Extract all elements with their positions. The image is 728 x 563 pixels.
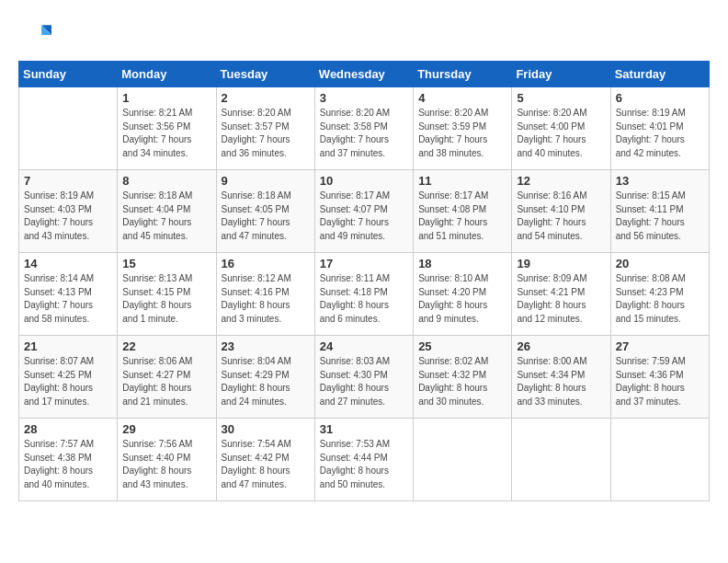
day-number: 24 <box>320 339 408 353</box>
day-number: 16 <box>222 257 310 270</box>
day-info: Sunrise: 8:21 AM Sunset: 3:56 PM Dayligh… <box>122 107 210 160</box>
calendar-week-1: 1Sunrise: 8:21 AM Sunset: 3:56 PM Daylig… <box>19 87 710 170</box>
day-info: Sunrise: 8:20 AM Sunset: 3:57 PM Dayligh… <box>222 107 310 160</box>
calendar-cell: 15Sunrise: 8:13 AM Sunset: 4:15 PM Dayli… <box>118 253 216 336</box>
day-number: 7 <box>24 174 112 188</box>
day-info: Sunrise: 8:19 AM Sunset: 4:03 PM Dayligh… <box>24 190 112 243</box>
day-number: 6 <box>616 91 704 105</box>
calendar-cell: 10Sunrise: 8:17 AM Sunset: 4:07 PM Dayli… <box>314 170 413 253</box>
calendar-cell: 23Sunrise: 8:04 AM Sunset: 4:29 PM Dayli… <box>216 336 314 419</box>
page-header <box>18 18 710 52</box>
calendar-cell: 29Sunrise: 7:56 AM Sunset: 4:40 PM Dayli… <box>118 419 216 501</box>
day-number: 14 <box>24 257 112 270</box>
calendar-week-4: 21Sunrise: 8:07 AM Sunset: 4:25 PM Dayli… <box>19 336 710 419</box>
calendar-cell: 24Sunrise: 8:03 AM Sunset: 4:30 PM Dayli… <box>314 336 413 419</box>
weekday-header-friday: Friday <box>512 62 610 87</box>
day-info: Sunrise: 8:07 AM Sunset: 4:25 PM Dayligh… <box>24 355 112 408</box>
weekday-header-saturday: Saturday <box>610 62 709 87</box>
day-number: 17 <box>320 257 408 270</box>
calendar-cell: 14Sunrise: 8:14 AM Sunset: 4:13 PM Dayli… <box>19 253 118 336</box>
day-number: 3 <box>320 91 408 105</box>
day-number: 18 <box>418 257 506 270</box>
calendar-cell: 31Sunrise: 7:53 AM Sunset: 4:44 PM Dayli… <box>314 419 413 501</box>
day-number: 11 <box>418 174 506 188</box>
day-info: Sunrise: 8:20 AM Sunset: 3:58 PM Dayligh… <box>320 107 408 160</box>
calendar-cell: 27Sunrise: 7:59 AM Sunset: 4:36 PM Dayli… <box>610 336 709 419</box>
calendar-cell: 17Sunrise: 8:11 AM Sunset: 4:18 PM Dayli… <box>314 253 413 336</box>
calendar-week-3: 14Sunrise: 8:14 AM Sunset: 4:13 PM Dayli… <box>19 253 710 336</box>
day-number: 28 <box>24 422 112 436</box>
calendar-cell: 1Sunrise: 8:21 AM Sunset: 3:56 PM Daylig… <box>118 87 216 170</box>
calendar-cell: 20Sunrise: 8:08 AM Sunset: 4:23 PM Dayli… <box>610 253 709 336</box>
weekday-header-wednesday: Wednesday <box>314 62 413 87</box>
day-number: 22 <box>122 339 210 353</box>
calendar-cell: 5Sunrise: 8:20 AM Sunset: 4:00 PM Daylig… <box>512 87 610 170</box>
day-number: 2 <box>222 91 310 105</box>
weekday-header-monday: Monday <box>118 62 216 87</box>
day-number: 8 <box>122 174 210 188</box>
day-info: Sunrise: 8:18 AM Sunset: 4:05 PM Dayligh… <box>222 190 310 243</box>
calendar-cell: 26Sunrise: 8:00 AM Sunset: 4:34 PM Dayli… <box>512 336 610 419</box>
day-number: 20 <box>616 257 704 270</box>
logo <box>18 18 55 52</box>
day-number: 9 <box>222 174 310 188</box>
weekday-header-sunday: Sunday <box>19 62 118 87</box>
day-info: Sunrise: 8:10 AM Sunset: 4:20 PM Dayligh… <box>418 272 506 326</box>
calendar-cell <box>610 419 709 501</box>
day-number: 15 <box>122 257 210 270</box>
calendar-cell: 4Sunrise: 8:20 AM Sunset: 3:59 PM Daylig… <box>414 87 512 170</box>
calendar-cell <box>19 87 118 170</box>
calendar-cell: 30Sunrise: 7:54 AM Sunset: 4:42 PM Dayli… <box>216 419 314 501</box>
calendar-cell: 16Sunrise: 8:12 AM Sunset: 4:16 PM Dayli… <box>216 253 314 336</box>
calendar-cell: 22Sunrise: 8:06 AM Sunset: 4:27 PM Dayli… <box>118 336 216 419</box>
calendar-cell: 28Sunrise: 7:57 AM Sunset: 4:38 PM Dayli… <box>19 419 118 501</box>
day-info: Sunrise: 8:13 AM Sunset: 4:15 PM Dayligh… <box>122 272 210 326</box>
calendar-cell: 9Sunrise: 8:18 AM Sunset: 4:05 PM Daylig… <box>216 170 314 253</box>
calendar-week-5: 28Sunrise: 7:57 AM Sunset: 4:38 PM Dayli… <box>19 419 710 501</box>
day-number: 10 <box>320 174 408 188</box>
day-info: Sunrise: 7:56 AM Sunset: 4:40 PM Dayligh… <box>122 438 210 491</box>
day-info: Sunrise: 8:16 AM Sunset: 4:10 PM Dayligh… <box>517 190 605 243</box>
day-info: Sunrise: 8:09 AM Sunset: 4:21 PM Dayligh… <box>517 272 605 326</box>
day-info: Sunrise: 8:20 AM Sunset: 3:59 PM Dayligh… <box>418 107 506 160</box>
day-number: 23 <box>222 339 310 353</box>
calendar-cell: 2Sunrise: 8:20 AM Sunset: 3:57 PM Daylig… <box>216 87 314 170</box>
calendar-cell: 18Sunrise: 8:10 AM Sunset: 4:20 PM Dayli… <box>414 253 512 336</box>
day-info: Sunrise: 8:02 AM Sunset: 4:32 PM Dayligh… <box>418 355 506 408</box>
calendar-cell: 19Sunrise: 8:09 AM Sunset: 4:21 PM Dayli… <box>512 253 610 336</box>
day-number: 31 <box>320 422 408 436</box>
day-info: Sunrise: 8:19 AM Sunset: 4:01 PM Dayligh… <box>616 107 704 160</box>
day-info: Sunrise: 8:11 AM Sunset: 4:18 PM Dayligh… <box>320 272 408 326</box>
day-number: 26 <box>517 339 605 353</box>
weekday-header-row: SundayMondayTuesdayWednesdayThursdayFrid… <box>19 62 710 87</box>
day-info: Sunrise: 8:20 AM Sunset: 4:00 PM Dayligh… <box>517 107 605 160</box>
day-info: Sunrise: 8:04 AM Sunset: 4:29 PM Dayligh… <box>222 355 310 408</box>
day-number: 21 <box>24 339 112 353</box>
day-info: Sunrise: 8:14 AM Sunset: 4:13 PM Dayligh… <box>24 272 112 326</box>
calendar-cell: 6Sunrise: 8:19 AM Sunset: 4:01 PM Daylig… <box>610 87 709 170</box>
day-info: Sunrise: 8:06 AM Sunset: 4:27 PM Dayligh… <box>122 355 210 408</box>
day-number: 27 <box>616 339 704 353</box>
calendar-cell: 12Sunrise: 8:16 AM Sunset: 4:10 PM Dayli… <box>512 170 610 253</box>
day-number: 29 <box>122 422 210 436</box>
calendar-cell: 13Sunrise: 8:15 AM Sunset: 4:11 PM Dayli… <box>610 170 709 253</box>
day-info: Sunrise: 8:00 AM Sunset: 4:34 PM Dayligh… <box>517 355 605 408</box>
day-info: Sunrise: 8:12 AM Sunset: 4:16 PM Dayligh… <box>222 272 310 326</box>
day-info: Sunrise: 8:17 AM Sunset: 4:08 PM Dayligh… <box>418 190 506 243</box>
calendar-table: SundayMondayTuesdayWednesdayThursdayFrid… <box>18 61 710 501</box>
calendar-cell: 25Sunrise: 8:02 AM Sunset: 4:32 PM Dayli… <box>414 336 512 419</box>
day-number: 19 <box>517 257 605 270</box>
day-number: 25 <box>418 339 506 353</box>
day-info: Sunrise: 8:17 AM Sunset: 4:07 PM Dayligh… <box>320 190 408 243</box>
calendar-cell <box>414 419 512 501</box>
day-info: Sunrise: 7:54 AM Sunset: 4:42 PM Dayligh… <box>222 438 310 491</box>
calendar-cell: 3Sunrise: 8:20 AM Sunset: 3:58 PM Daylig… <box>314 87 413 170</box>
day-number: 12 <box>517 174 605 188</box>
weekday-header-tuesday: Tuesday <box>216 62 314 87</box>
calendar-cell: 21Sunrise: 8:07 AM Sunset: 4:25 PM Dayli… <box>19 336 118 419</box>
day-info: Sunrise: 8:03 AM Sunset: 4:30 PM Dayligh… <box>320 355 408 408</box>
calendar-cell: 11Sunrise: 8:17 AM Sunset: 4:08 PM Dayli… <box>414 170 512 253</box>
day-number: 5 <box>517 91 605 105</box>
weekday-header-thursday: Thursday <box>414 62 512 87</box>
day-info: Sunrise: 8:18 AM Sunset: 4:04 PM Dayligh… <box>122 190 210 243</box>
